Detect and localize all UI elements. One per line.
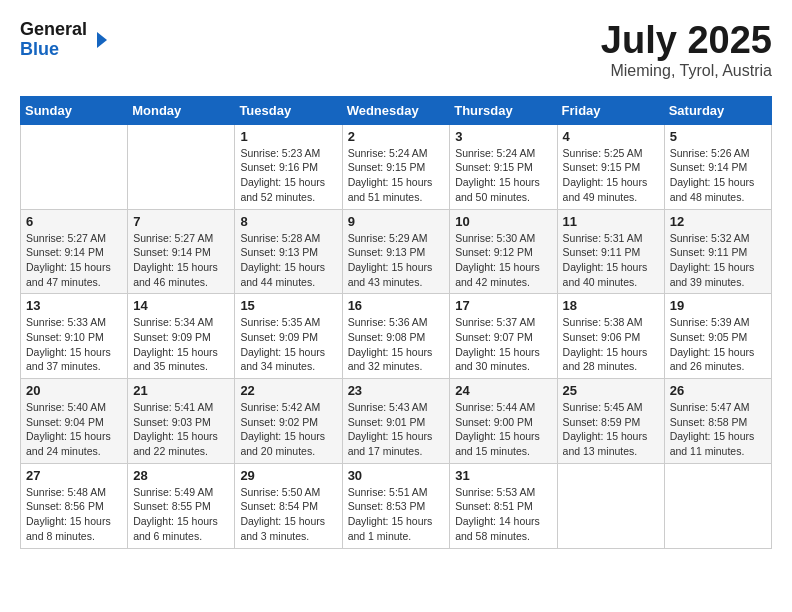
calendar-cell: 15Sunrise: 5:35 AM Sunset: 9:09 PM Dayli…	[235, 294, 342, 379]
calendar-cell: 20Sunrise: 5:40 AM Sunset: 9:04 PM Dayli…	[21, 379, 128, 464]
day-number: 11	[563, 214, 659, 229]
svg-marker-0	[97, 32, 107, 48]
calendar-cell: 22Sunrise: 5:42 AM Sunset: 9:02 PM Dayli…	[235, 379, 342, 464]
day-number: 26	[670, 383, 766, 398]
day-number: 9	[348, 214, 445, 229]
calendar-cell: 19Sunrise: 5:39 AM Sunset: 9:05 PM Dayli…	[664, 294, 771, 379]
day-number: 10	[455, 214, 551, 229]
calendar-cell: 23Sunrise: 5:43 AM Sunset: 9:01 PM Dayli…	[342, 379, 450, 464]
day-number: 23	[348, 383, 445, 398]
day-info: Sunrise: 5:24 AM Sunset: 9:15 PM Dayligh…	[455, 146, 551, 205]
day-number: 7	[133, 214, 229, 229]
calendar-cell: 1Sunrise: 5:23 AM Sunset: 9:16 PM Daylig…	[235, 124, 342, 209]
day-info: Sunrise: 5:24 AM Sunset: 9:15 PM Dayligh…	[348, 146, 445, 205]
day-info: Sunrise: 5:47 AM Sunset: 8:58 PM Dayligh…	[670, 400, 766, 459]
weekday-header: Friday	[557, 96, 664, 124]
day-info: Sunrise: 5:38 AM Sunset: 9:06 PM Dayligh…	[563, 315, 659, 374]
logo-general: General	[20, 20, 87, 40]
day-number: 18	[563, 298, 659, 313]
day-number: 12	[670, 214, 766, 229]
day-info: Sunrise: 5:27 AM Sunset: 9:14 PM Dayligh…	[133, 231, 229, 290]
day-info: Sunrise: 5:41 AM Sunset: 9:03 PM Dayligh…	[133, 400, 229, 459]
calendar-cell	[557, 463, 664, 548]
day-info: Sunrise: 5:28 AM Sunset: 9:13 PM Dayligh…	[240, 231, 336, 290]
calendar-cell: 8Sunrise: 5:28 AM Sunset: 9:13 PM Daylig…	[235, 209, 342, 294]
day-number: 16	[348, 298, 445, 313]
day-info: Sunrise: 5:27 AM Sunset: 9:14 PM Dayligh…	[26, 231, 122, 290]
location: Mieming, Tyrol, Austria	[601, 62, 772, 80]
calendar-cell: 2Sunrise: 5:24 AM Sunset: 9:15 PM Daylig…	[342, 124, 450, 209]
day-info: Sunrise: 5:35 AM Sunset: 9:09 PM Dayligh…	[240, 315, 336, 374]
day-info: Sunrise: 5:39 AM Sunset: 9:05 PM Dayligh…	[670, 315, 766, 374]
day-info: Sunrise: 5:26 AM Sunset: 9:14 PM Dayligh…	[670, 146, 766, 205]
logo-blue: Blue	[20, 40, 87, 60]
calendar-table: SundayMondayTuesdayWednesdayThursdayFrid…	[20, 96, 772, 549]
calendar-cell: 27Sunrise: 5:48 AM Sunset: 8:56 PM Dayli…	[21, 463, 128, 548]
weekday-header: Saturday	[664, 96, 771, 124]
day-info: Sunrise: 5:37 AM Sunset: 9:07 PM Dayligh…	[455, 315, 551, 374]
logo-icon	[89, 30, 109, 50]
day-number: 29	[240, 468, 336, 483]
weekday-header: Wednesday	[342, 96, 450, 124]
calendar-cell: 28Sunrise: 5:49 AM Sunset: 8:55 PM Dayli…	[128, 463, 235, 548]
day-number: 31	[455, 468, 551, 483]
day-info: Sunrise: 5:25 AM Sunset: 9:15 PM Dayligh…	[563, 146, 659, 205]
day-info: Sunrise: 5:51 AM Sunset: 8:53 PM Dayligh…	[348, 485, 445, 544]
day-info: Sunrise: 5:45 AM Sunset: 8:59 PM Dayligh…	[563, 400, 659, 459]
calendar-week-row: 1Sunrise: 5:23 AM Sunset: 9:16 PM Daylig…	[21, 124, 772, 209]
day-info: Sunrise: 5:42 AM Sunset: 9:02 PM Dayligh…	[240, 400, 336, 459]
day-number: 14	[133, 298, 229, 313]
calendar-cell: 24Sunrise: 5:44 AM Sunset: 9:00 PM Dayli…	[450, 379, 557, 464]
weekday-header: Sunday	[21, 96, 128, 124]
calendar-cell: 21Sunrise: 5:41 AM Sunset: 9:03 PM Dayli…	[128, 379, 235, 464]
calendar-cell: 11Sunrise: 5:31 AM Sunset: 9:11 PM Dayli…	[557, 209, 664, 294]
day-number: 27	[26, 468, 122, 483]
day-info: Sunrise: 5:44 AM Sunset: 9:00 PM Dayligh…	[455, 400, 551, 459]
logo: General Blue	[20, 20, 109, 60]
day-number: 22	[240, 383, 336, 398]
calendar-cell: 25Sunrise: 5:45 AM Sunset: 8:59 PM Dayli…	[557, 379, 664, 464]
calendar-cell: 4Sunrise: 5:25 AM Sunset: 9:15 PM Daylig…	[557, 124, 664, 209]
calendar-week-row: 13Sunrise: 5:33 AM Sunset: 9:10 PM Dayli…	[21, 294, 772, 379]
day-info: Sunrise: 5:40 AM Sunset: 9:04 PM Dayligh…	[26, 400, 122, 459]
day-number: 20	[26, 383, 122, 398]
day-info: Sunrise: 5:49 AM Sunset: 8:55 PM Dayligh…	[133, 485, 229, 544]
day-info: Sunrise: 5:48 AM Sunset: 8:56 PM Dayligh…	[26, 485, 122, 544]
calendar-cell: 17Sunrise: 5:37 AM Sunset: 9:07 PM Dayli…	[450, 294, 557, 379]
calendar-cell: 18Sunrise: 5:38 AM Sunset: 9:06 PM Dayli…	[557, 294, 664, 379]
day-number: 25	[563, 383, 659, 398]
day-number: 17	[455, 298, 551, 313]
day-info: Sunrise: 5:31 AM Sunset: 9:11 PM Dayligh…	[563, 231, 659, 290]
weekday-header: Tuesday	[235, 96, 342, 124]
day-number: 3	[455, 129, 551, 144]
day-number: 4	[563, 129, 659, 144]
weekday-header-row: SundayMondayTuesdayWednesdayThursdayFrid…	[21, 96, 772, 124]
day-number: 21	[133, 383, 229, 398]
day-number: 28	[133, 468, 229, 483]
day-info: Sunrise: 5:53 AM Sunset: 8:51 PM Dayligh…	[455, 485, 551, 544]
month-title: July 2025	[601, 20, 772, 62]
title-block: July 2025 Mieming, Tyrol, Austria	[601, 20, 772, 80]
calendar-cell: 10Sunrise: 5:30 AM Sunset: 9:12 PM Dayli…	[450, 209, 557, 294]
calendar-cell: 6Sunrise: 5:27 AM Sunset: 9:14 PM Daylig…	[21, 209, 128, 294]
calendar-cell: 7Sunrise: 5:27 AM Sunset: 9:14 PM Daylig…	[128, 209, 235, 294]
logo-text: General Blue	[20, 20, 87, 60]
calendar-cell: 5Sunrise: 5:26 AM Sunset: 9:14 PM Daylig…	[664, 124, 771, 209]
calendar-cell: 13Sunrise: 5:33 AM Sunset: 9:10 PM Dayli…	[21, 294, 128, 379]
day-number: 13	[26, 298, 122, 313]
day-info: Sunrise: 5:32 AM Sunset: 9:11 PM Dayligh…	[670, 231, 766, 290]
weekday-header: Thursday	[450, 96, 557, 124]
calendar-cell	[664, 463, 771, 548]
logo-text-block: General Blue	[20, 20, 109, 60]
calendar-cell: 26Sunrise: 5:47 AM Sunset: 8:58 PM Dayli…	[664, 379, 771, 464]
day-number: 2	[348, 129, 445, 144]
calendar-cell: 31Sunrise: 5:53 AM Sunset: 8:51 PM Dayli…	[450, 463, 557, 548]
calendar-week-row: 6Sunrise: 5:27 AM Sunset: 9:14 PM Daylig…	[21, 209, 772, 294]
day-info: Sunrise: 5:50 AM Sunset: 8:54 PM Dayligh…	[240, 485, 336, 544]
day-number: 6	[26, 214, 122, 229]
day-number: 5	[670, 129, 766, 144]
calendar-cell: 3Sunrise: 5:24 AM Sunset: 9:15 PM Daylig…	[450, 124, 557, 209]
day-info: Sunrise: 5:29 AM Sunset: 9:13 PM Dayligh…	[348, 231, 445, 290]
calendar-week-row: 20Sunrise: 5:40 AM Sunset: 9:04 PM Dayli…	[21, 379, 772, 464]
day-info: Sunrise: 5:36 AM Sunset: 9:08 PM Dayligh…	[348, 315, 445, 374]
